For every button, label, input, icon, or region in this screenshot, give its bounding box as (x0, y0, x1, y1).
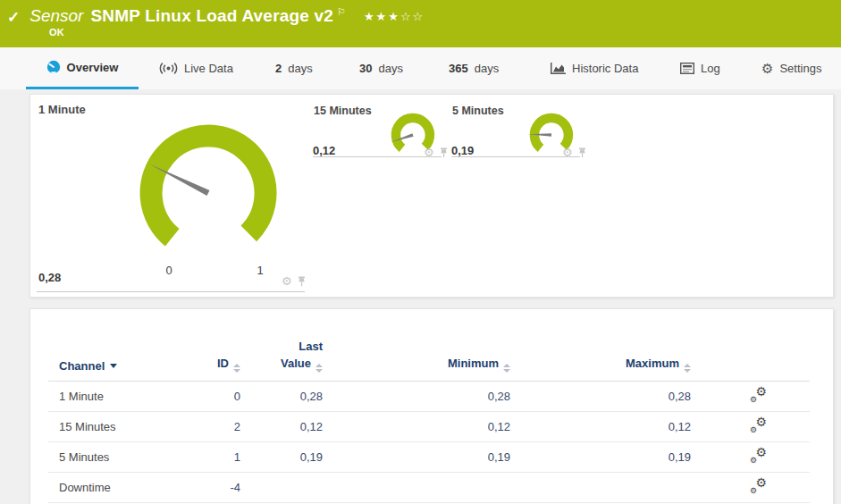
gauge-value-1-minute: 0,28 (38, 271, 61, 284)
gear-icon: ⚙ (761, 62, 773, 75)
historic-chart-icon (550, 63, 566, 75)
gauge-icon (46, 60, 61, 74)
tab-number: 2 (275, 62, 282, 75)
tab-settings[interactable]: ⚙ Settings (761, 47, 821, 89)
channels-panel: Channel ID Last Value Minimum Maximum 1 … (29, 308, 834, 504)
gauge-1-minute: 0 1 (128, 113, 289, 279)
channel-id: 2 (189, 420, 240, 433)
channel-minimum: 0,19 (323, 450, 510, 464)
channel-settings-gears-icon[interactable]: ⚙⚙ (750, 388, 767, 403)
channel-id: 0 (189, 390, 240, 403)
tile-divider (37, 291, 305, 292)
table-header-row: Channel ID Last Value Minimum Maximum (48, 309, 810, 382)
column-header-last-value[interactable]: Last Value (240, 339, 323, 381)
table-row: Downtime -4 ⚙⚙ (48, 473, 810, 503)
column-header-minimum[interactable]: Minimum (323, 357, 510, 381)
tab-label: Overview (67, 61, 119, 74)
channel-minimum: 0,28 (323, 390, 510, 403)
gauge-settings-gear-icon[interactable]: ⚙ (282, 275, 292, 287)
tab-365-days[interactable]: 365 days (449, 47, 499, 89)
tab-label: days (475, 62, 499, 75)
table-row: 15 Minutes 2 0,12 0,12 0,12 ⚙⚙ (48, 412, 810, 442)
tab-live-data[interactable]: Live Data (159, 47, 233, 89)
tab-label: Settings (779, 62, 821, 75)
channel-maximum: 0,28 (510, 390, 691, 403)
channel-name[interactable]: 5 Minutes (48, 450, 189, 464)
channel-maximum: 0,19 (510, 450, 691, 464)
channel-id: -4 (189, 481, 240, 494)
object-type-label: Sensor (29, 6, 83, 26)
tab-label: days (288, 62, 312, 75)
tile-divider (451, 156, 580, 157)
gauge-scale-min: 0 (165, 264, 172, 277)
tab-30-days[interactable]: 30 days (359, 47, 403, 89)
channel-settings-gears-icon[interactable]: ⚙⚙ (750, 418, 767, 433)
pin-icon[interactable] (297, 276, 307, 287)
channel-last-value: 0,19 (240, 450, 323, 464)
column-header-channel[interactable]: Channel (48, 359, 189, 381)
tab-number: 365 (449, 62, 468, 75)
channel-name[interactable]: Downtime (48, 481, 189, 494)
channel-name[interactable]: 1 Minute (48, 390, 189, 403)
sort-icon (315, 364, 323, 373)
sort-desc-caret-icon (110, 364, 117, 368)
sensor-title: SNMP Linux Load Average v2 (90, 6, 333, 26)
table-row: 5 Minutes 1 0,19 0,19 0,19 ⚙⚙ (48, 442, 810, 473)
live-broadcast-icon (159, 62, 178, 75)
channel-maximum: 0,12 (510, 420, 691, 433)
channel-table: Channel ID Last Value Minimum Maximum 1 … (48, 309, 810, 503)
sort-icon (684, 364, 691, 373)
gauge-title-5-minutes: 5 Minutes (452, 105, 504, 117)
tab-overview[interactable]: Overview (26, 47, 139, 89)
sort-icon (503, 364, 510, 373)
column-header-maximum[interactable]: Maximum (510, 357, 691, 381)
tab-label: Live Data (184, 62, 233, 75)
gauge-title-1-minute: 1 Minute (38, 103, 86, 116)
tab-historic-data[interactable]: Historic Data (550, 47, 638, 89)
table-row: 1 Minute 0 0,28 0,28 0,28 ⚙⚙ (48, 382, 810, 412)
tab-number: 30 (359, 62, 372, 75)
gauges-panel: 1 Minute 0 1 0,28 ⚙ 15 Minutes 0,12 ⚙ (29, 94, 834, 298)
gauge-title-15-minutes: 15 Minutes (314, 105, 372, 117)
channel-minimum: 0,12 (323, 420, 510, 433)
gauge-value-15-minutes: 0,12 (313, 144, 335, 157)
channel-last-value: 0,28 (240, 390, 323, 403)
tile-divider (313, 156, 442, 157)
channel-settings-gears-icon[interactable]: ⚙⚙ (750, 479, 767, 494)
column-header-id[interactable]: ID (189, 357, 240, 381)
sensor-header: ✓ Sensor SNMP Linux Load Average v2 ⚐ ★★… (0, 0, 841, 47)
sensor-status-badge: OK (49, 27, 64, 38)
tab-label: Historic Data (572, 62, 638, 75)
flag-icon[interactable]: ⚐ (337, 6, 346, 18)
gauge-value-5-minutes: 0,19 (451, 144, 474, 157)
priority-stars[interactable]: ★★★☆☆ (364, 10, 425, 23)
channel-last-value: 0,12 (240, 420, 323, 433)
tab-log[interactable]: Log (680, 47, 720, 89)
sort-icon (233, 364, 240, 373)
channel-settings-gears-icon[interactable]: ⚙⚙ (750, 449, 767, 464)
tab-2-days[interactable]: 2 days (275, 47, 313, 89)
channel-id: 1 (189, 450, 240, 464)
tab-label: Log (701, 62, 720, 75)
gauge-scale-max: 1 (257, 264, 263, 277)
log-icon (680, 63, 694, 74)
tab-label: days (378, 62, 402, 75)
channel-name[interactable]: 15 Minutes (48, 420, 189, 433)
tab-bar: Overview Live Data 2 days 30 days 365 da… (0, 47, 841, 89)
status-check-icon: ✓ (7, 8, 20, 27)
